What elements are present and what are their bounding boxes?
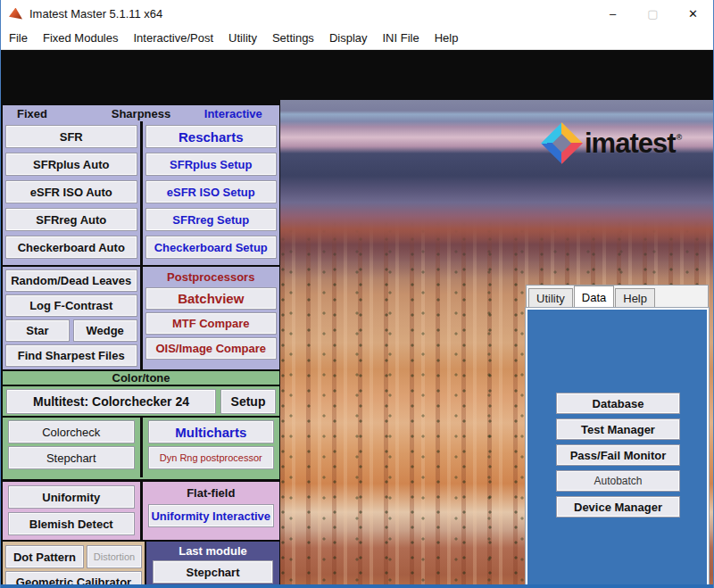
- mtf-compare-button[interactable]: MTF Compare: [146, 313, 277, 334]
- log-f-contrast-button[interactable]: Log F-Contrast: [6, 295, 137, 316]
- menu-help[interactable]: Help: [435, 31, 459, 45]
- header-fixed: Fixed: [3, 107, 95, 120]
- imatest-logo-text: imatest®: [585, 129, 681, 157]
- window-title: Imatest Master 5.1.11 x64: [29, 7, 162, 21]
- colortone-header: Color/tone: [3, 371, 279, 386]
- menu-fixed-modules[interactable]: Fixed Modules: [43, 31, 119, 45]
- stepchart-button[interactable]: Stepchart: [9, 447, 134, 468]
- menu-interactive-post[interactable]: Interactive/Post: [134, 31, 214, 45]
- tab-data[interactable]: Data: [574, 286, 614, 308]
- flatfield-header: Flat-field: [149, 486, 274, 500]
- multitest-button[interactable]: Multitest: Colorchecker 24: [7, 390, 215, 413]
- rescharts-button[interactable]: Rescharts: [146, 126, 277, 147]
- uniformity-interactive-button[interactable]: Uniformity Interactive: [149, 505, 274, 526]
- sharpness-section: Fixed Sharpness Interactive SFR SFRplus …: [3, 105, 279, 265]
- sfrreg-auto-button[interactable]: SFRreg Auto: [6, 209, 137, 230]
- sharpness-fixed-column: SFR SFRplus Auto eSFR ISO Auto SFRreg Au…: [3, 121, 140, 265]
- colortone-fixed-column: Colorcheck Stepchart: [3, 418, 140, 477]
- checkerboard-auto-button[interactable]: Checkerboard Auto: [6, 236, 137, 258]
- sharpness-header-row: Fixed Sharpness Interactive: [3, 105, 279, 121]
- background-photo: imatest® Utility Data Help Database Test…: [280, 100, 714, 588]
- uniformity-button[interactable]: Uniformity: [9, 486, 134, 508]
- imatest-diamond-hole: [552, 133, 571, 152]
- misc-modules-section: Dot Pattern Distortion Geometric Calibra…: [3, 542, 145, 588]
- uniformity-column: Uniformity Blemish Detect: [3, 482, 140, 540]
- esfr-iso-auto-button[interactable]: eSFR ISO Auto: [6, 181, 137, 203]
- colortone-interactive-column: Multicharts Dyn Rng postprocessor: [140, 418, 280, 477]
- dot-pattern-button[interactable]: Dot Pattern: [6, 546, 83, 567]
- sfrreg-setup-button[interactable]: SFRreg Setup: [146, 209, 277, 230]
- postprocessors-label: Postprocessors: [146, 270, 277, 284]
- imatest-logo: imatest®: [547, 124, 681, 161]
- multitest-setup-button[interactable]: Setup: [221, 390, 275, 413]
- checkerboard-setup-button[interactable]: Checkerboard Setup: [146, 236, 277, 258]
- last-module-section: Last module Stepchart: [146, 542, 279, 588]
- imatest-diamond-icon: [541, 122, 583, 164]
- menu-ini-file[interactable]: INI File: [383, 31, 419, 45]
- find-sharpest-files-button[interactable]: Find Sharpest Files: [6, 345, 137, 366]
- pass-fail-monitor-button[interactable]: Pass/Fail Monitor: [557, 445, 679, 465]
- sfrplus-auto-button[interactable]: SFRplus Auto: [6, 153, 137, 175]
- window-bottom-border: [1, 584, 713, 588]
- header-interactive: Interactive: [187, 107, 279, 120]
- star-button[interactable]: Star: [6, 320, 69, 341]
- registered-mark: ®: [677, 133, 682, 142]
- title-bar: Imatest Master 5.1.11 x64 – ▢ ✕: [1, 0, 713, 27]
- utility-tab-strip: Utility Data Help: [526, 285, 709, 308]
- menu-utility[interactable]: Utility: [228, 31, 257, 45]
- sharpness-interactive-column: Rescharts SFRplus Setup eSFR ISO Setup S…: [140, 121, 280, 265]
- blemish-detect-button[interactable]: Blemish Detect: [9, 513, 134, 534]
- postprocessors-column: Postprocessors Batchview MTF Compare OIS…: [140, 267, 280, 369]
- app-window: Imatest Master 5.1.11 x64 – ▢ ✕ File Fix…: [0, 0, 714, 588]
- close-button[interactable]: ✕: [673, 0, 713, 27]
- database-button[interactable]: Database: [557, 393, 679, 413]
- sfrplus-setup-button[interactable]: SFRplus Setup: [146, 153, 277, 175]
- last-module-header: Last module: [146, 542, 279, 557]
- main-area: imatest® Utility Data Help Database Test…: [1, 50, 713, 584]
- random-dead-leaves-button[interactable]: Random/Dead Leaves: [6, 270, 137, 291]
- flatfield-column: Flat-field Uniformity Interactive: [140, 482, 280, 540]
- misc-sharpness-column: Random/Dead Leaves Log F-Contrast Star W…: [3, 267, 140, 369]
- distortion-button: Distortion: [87, 546, 141, 567]
- dyn-rng-postprocessor-button[interactable]: Dyn Rng postprocessor: [149, 447, 274, 468]
- colorcheck-button[interactable]: Colorcheck: [9, 421, 134, 443]
- data-tab-panel: Database Test Manager Pass/Fail Monitor …: [526, 308, 709, 588]
- flatfield-section: Uniformity Blemish Detect Flat-field Uni…: [3, 482, 279, 540]
- test-manager-button[interactable]: Test Manager: [557, 419, 679, 439]
- batchview-button[interactable]: Batchview: [146, 288, 277, 309]
- window-controls: – ▢ ✕: [593, 0, 713, 27]
- menu-file[interactable]: File: [9, 31, 28, 45]
- menu-display[interactable]: Display: [329, 31, 368, 45]
- multitest-row: Multitest: Colorchecker 24 Setup: [3, 386, 279, 418]
- menu-settings[interactable]: Settings: [272, 31, 314, 45]
- sfr-button[interactable]: SFR: [6, 126, 137, 147]
- last-module-stepchart-button[interactable]: Stepchart: [154, 561, 272, 583]
- device-manager-button[interactable]: Device Manager: [557, 497, 679, 517]
- tab-utility[interactable]: Utility: [528, 288, 573, 308]
- esfr-iso-setup-button[interactable]: eSFR ISO Setup: [146, 181, 277, 203]
- maximize-button: ▢: [633, 0, 673, 27]
- colortone-section: Color/tone Multitest: Colorchecker 24 Se…: [3, 371, 279, 479]
- header-sharpness: Sharpness: [95, 107, 187, 120]
- tab-help[interactable]: Help: [615, 288, 655, 308]
- multicharts-button[interactable]: Multicharts: [149, 421, 274, 443]
- wedge-button[interactable]: Wedge: [74, 320, 137, 341]
- misc-sharpness-section: Random/Dead Leaves Log F-Contrast Star W…: [3, 267, 279, 369]
- menu-bar: File Fixed Modules Interactive/Post Util…: [1, 27, 713, 50]
- minimize-button[interactable]: –: [593, 0, 633, 27]
- ois-image-compare-button[interactable]: OIS/Image Compare: [146, 338, 277, 359]
- app-icon: [9, 8, 22, 20]
- autobatch-button[interactable]: Autobatch: [557, 471, 679, 491]
